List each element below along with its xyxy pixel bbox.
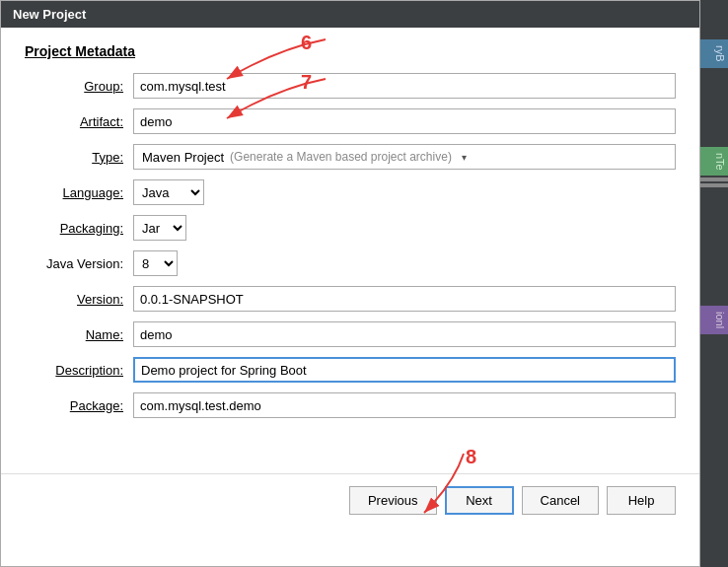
dialog-footer: Previous Next Cancel Help — [1, 473, 699, 527]
language-row: Language: Java Kotlin Groovy — [25, 179, 676, 205]
cancel-button[interactable]: Cancel — [522, 486, 599, 515]
side-panel-button-3[interactable]: ionl — [700, 306, 728, 334]
side-panel-button-1[interactable]: ryB — [700, 39, 728, 68]
description-input[interactable] — [133, 357, 676, 383]
dialog-title: New Project — [13, 7, 86, 22]
packaging-row: Packaging: Jar War — [25, 215, 676, 241]
side-divider-1 — [700, 177, 728, 181]
previous-button[interactable]: Previous — [349, 486, 437, 515]
type-row: Type: Maven Project (Generate a Maven ba… — [25, 144, 676, 170]
description-row: Description: — [25, 357, 676, 383]
group-row: Group: — [25, 73, 676, 99]
name-input[interactable] — [133, 321, 676, 347]
name-label: Name: — [25, 327, 133, 342]
type-selector[interactable]: Maven Project (Generate a Maven based pr… — [133, 144, 676, 170]
version-row: Version: — [25, 286, 676, 312]
name-row: Name: — [25, 321, 676, 347]
package-row: Package: — [25, 392, 676, 418]
java-version-row: Java Version: 8 11 17 — [25, 250, 676, 276]
type-description: (Generate a Maven based project archive) — [230, 150, 452, 164]
language-label: Language: — [25, 185, 133, 200]
version-label: Version: — [25, 292, 133, 307]
next-button[interactable]: Next — [445, 486, 514, 515]
type-dropdown-arrow: ▾ — [462, 152, 467, 163]
packaging-select[interactable]: Jar War — [133, 215, 186, 241]
packaging-label: Packaging: — [25, 221, 133, 236]
side-panel: ryB nTe ionl — [700, 0, 728, 567]
artifact-input[interactable] — [133, 108, 676, 134]
help-button[interactable]: Help — [607, 486, 676, 515]
type-value: Maven Project — [142, 150, 224, 165]
title-bar: New Project — [1, 1, 699, 28]
section-title: Project Metadata — [25, 43, 676, 59]
type-label: Type: — [25, 150, 133, 165]
version-input[interactable] — [133, 286, 676, 312]
java-version-select[interactable]: 8 11 17 — [133, 250, 178, 276]
group-input[interactable] — [133, 73, 676, 99]
package-input[interactable] — [133, 392, 676, 418]
language-select[interactable]: Java Kotlin Groovy — [133, 179, 204, 205]
artifact-label: Artifact: — [25, 114, 133, 129]
package-label: Package: — [25, 398, 133, 413]
java-version-label: Java Version: — [25, 256, 133, 271]
side-divider-2 — [700, 183, 728, 187]
side-panel-button-2[interactable]: nTe — [700, 147, 728, 177]
group-label: Group: — [25, 79, 133, 94]
description-label: Description: — [25, 363, 133, 378]
artifact-row: Artifact: — [25, 108, 676, 134]
